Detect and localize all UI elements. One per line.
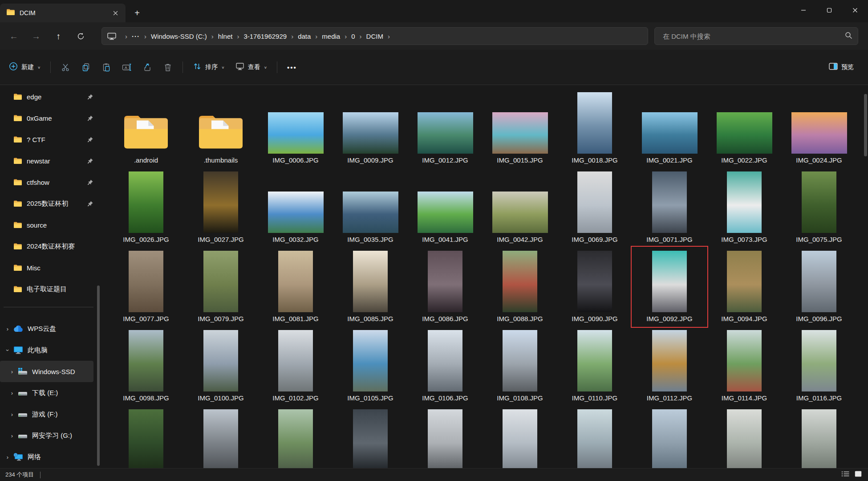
file-IMG_0105.JPG[interactable]: IMG_0105.JPG bbox=[333, 326, 408, 406]
breadcrumb-segment-0[interactable]: Windows-SSD (C:) bbox=[151, 33, 207, 40]
file-IMG_0022.JPG[interactable]: IMG_0022.JPG bbox=[707, 89, 782, 168]
search-input[interactable] bbox=[662, 32, 845, 41]
sidebar-item-dianzi-quzheng[interactable]: 电子取证题目 bbox=[0, 278, 93, 300]
file-IMG_0079.JPG[interactable]: IMG_0079.JPG bbox=[183, 247, 258, 326]
file-IMG_0024.JPG[interactable]: IMG_0024.JPG bbox=[782, 89, 856, 168]
file-IMG_0018.JPG[interactable]: IMG_0018.JPG bbox=[557, 89, 632, 168]
file-IMG_0006.JPG[interactable]: IMG_0006.JPG bbox=[258, 89, 333, 168]
file-row5-item-9[interactable] bbox=[707, 406, 782, 468]
file-IMG_0012.JPG[interactable]: IMG_0012.JPG bbox=[408, 89, 483, 168]
refresh-button[interactable] bbox=[69, 27, 92, 45]
file-IMG_0092.JPG[interactable]: IMG_0092.JPG bbox=[632, 247, 707, 326]
file-row5-item-2[interactable] bbox=[183, 406, 258, 468]
sidebar-item-drive-e[interactable]: ›下载 (E:) bbox=[0, 382, 93, 404]
file-IMG_0100.JPG[interactable]: IMG_0100.JPG bbox=[183, 326, 258, 406]
sidebar-item-ctf[interactable]: ? CTF bbox=[0, 129, 93, 150]
maximize-button[interactable] bbox=[816, 0, 842, 20]
file-IMG_0112.JPG[interactable]: IMG_0112.JPG bbox=[632, 326, 707, 406]
search-box[interactable] bbox=[654, 27, 858, 45]
forward-button[interactable]: → bbox=[25, 27, 47, 45]
delete-button[interactable] bbox=[158, 57, 178, 77]
breadcrumb-segment-6[interactable]: DCIM bbox=[366, 33, 383, 40]
chevron-right-icon[interactable]: › bbox=[2, 454, 13, 461]
sidebar-item-source[interactable]: source bbox=[0, 214, 93, 236]
file-IMG_0096.JPG[interactable]: IMG_0096.JPG bbox=[782, 247, 856, 326]
close-button[interactable] bbox=[842, 0, 868, 20]
preview-toggle[interactable]: 预览 bbox=[823, 57, 859, 77]
file-IMG_0114.JPG[interactable]: IMG_0114.JPG bbox=[707, 326, 782, 406]
chevron-right-icon[interactable]: › bbox=[6, 390, 18, 396]
file-IMG_0106.JPG[interactable]: IMG_0106.JPG bbox=[408, 326, 483, 406]
sidebar-item-edge[interactable]: edge bbox=[0, 86, 93, 107]
file-IMG_0075.JPG[interactable]: IMG_0075.JPG bbox=[782, 168, 856, 247]
breadcrumb-segment-1[interactable]: hlnet bbox=[218, 33, 233, 40]
breadcrumb-overflow-button[interactable]: ··· bbox=[132, 33, 140, 40]
file-row5-item-4[interactable] bbox=[333, 406, 408, 468]
file-IMG_0032.JPG[interactable]: IMG_0032.JPG bbox=[258, 168, 333, 247]
file-IMG_0102.JPG[interactable]: IMG_0102.JPG bbox=[258, 326, 333, 406]
sidebar-item-wps-cloud[interactable]: ›WPS云盘 bbox=[0, 318, 93, 339]
tab-close-icon[interactable] bbox=[110, 7, 121, 19]
file-IMG_0041.JPG[interactable]: IMG_0041.JPG bbox=[408, 168, 483, 247]
breadcrumb-segment-4[interactable]: media bbox=[322, 33, 340, 40]
sort-button[interactable]: 排序 ∨ bbox=[187, 57, 230, 77]
file-IMG_0081.JPG[interactable]: IMG_0081.JPG bbox=[258, 247, 333, 326]
copy-button[interactable] bbox=[76, 57, 96, 77]
chevron-right-icon[interactable]: › bbox=[6, 411, 18, 418]
sidebar-item-2024-shuzhengbei[interactable]: 2024数证杯初赛 bbox=[0, 236, 93, 257]
sidebar-item-drive-f[interactable]: ›游戏 (F:) bbox=[0, 404, 93, 425]
more-button[interactable]: ••• bbox=[282, 57, 302, 77]
file-row5-item-6[interactable] bbox=[483, 406, 557, 468]
chevron-right-icon[interactable]: › bbox=[6, 432, 18, 439]
file-IMG_0027.JPG[interactable]: IMG_0027.JPG bbox=[183, 168, 258, 247]
new-tab-button[interactable]: + bbox=[128, 4, 146, 22]
address-bar[interactable]: ›···›Windows-SSD (C:)›hlnet›3-1761962929… bbox=[101, 27, 648, 45]
file-IMG_0094.JPG[interactable]: IMG_0094.JPG bbox=[707, 247, 782, 326]
file-IMG_0015.JPG[interactable]: IMG_0015.JPG bbox=[483, 89, 557, 168]
breadcrumb-segment-5[interactable]: 0 bbox=[351, 33, 355, 40]
sidebar-item-0xgame[interactable]: 0xGame bbox=[0, 107, 93, 129]
sidebar-item-this-pc[interactable]: ›此电脑 bbox=[0, 339, 93, 361]
up-button[interactable]: ↑ bbox=[47, 27, 69, 45]
tab-dcim[interactable]: DCIM bbox=[0, 4, 126, 22]
file-IMG_0098.JPG[interactable]: IMG_0098.JPG bbox=[109, 326, 183, 406]
file-IMG_0077.JPG[interactable]: IMG_0077.JPG bbox=[109, 247, 183, 326]
chevron-right-icon[interactable]: › bbox=[2, 326, 13, 332]
breadcrumb-segment-2[interactable]: 3-1761962929 bbox=[243, 33, 287, 40]
file-IMG_0090.JPG[interactable]: IMG_0090.JPG bbox=[557, 247, 632, 326]
view-button[interactable]: 查看 ∨ bbox=[230, 57, 272, 77]
back-button[interactable]: ← bbox=[3, 27, 25, 45]
file-IMG_0021.JPG[interactable]: IMG_0021.JPG bbox=[632, 89, 707, 168]
file-IMG_0073.JPG[interactable]: IMG_0073.JPG bbox=[707, 168, 782, 247]
file-.android[interactable]: .android bbox=[109, 89, 183, 168]
new-button[interactable]: 新建 ∨ bbox=[4, 57, 46, 77]
file-IMG_0026.JPG[interactable]: IMG_0026.JPG bbox=[109, 168, 183, 247]
chevron-down-icon[interactable]: › bbox=[4, 344, 11, 356]
file-IMG_0088.JPG[interactable]: IMG_0088.JPG bbox=[483, 247, 557, 326]
file-row5-item-3[interactable] bbox=[258, 406, 333, 468]
cut-button[interactable] bbox=[55, 57, 76, 77]
share-button[interactable] bbox=[137, 57, 158, 77]
sidebar-item-network[interactable]: ›网络 bbox=[0, 446, 93, 468]
file-row5-item-1[interactable] bbox=[109, 406, 183, 468]
sidebar-item-newstar[interactable]: newstar bbox=[0, 150, 93, 171]
sidebar-item-ctfshow[interactable]: ctfshow bbox=[0, 171, 93, 193]
minimize-button[interactable] bbox=[791, 0, 816, 20]
file-row5-item-8[interactable] bbox=[632, 406, 707, 468]
file-IMG_0085.JPG[interactable]: IMG_0085.JPG bbox=[333, 247, 408, 326]
file-IMG_0086.JPG[interactable]: IMG_0086.JPG bbox=[408, 247, 483, 326]
chevron-right-icon[interactable]: › bbox=[6, 368, 18, 375]
file-IMG_0042.JPG[interactable]: IMG_0042.JPG bbox=[483, 168, 557, 247]
file-.thumbnails[interactable]: .thumbnails bbox=[183, 89, 258, 168]
file-IMG_0110.JPG[interactable]: IMG_0110.JPG bbox=[557, 326, 632, 406]
thumbnails-view-icon[interactable] bbox=[855, 471, 862, 479]
file-IMG_0009.JPG[interactable]: IMG_0009.JPG bbox=[333, 89, 408, 168]
sidebar-item-2025-shuzhengbei[interactable]: 2025数证杯初 bbox=[0, 193, 93, 214]
file-row5-item-5[interactable] bbox=[408, 406, 483, 468]
file-IMG_0116.JPG[interactable]: IMG_0116.JPG bbox=[782, 326, 856, 406]
paste-button[interactable] bbox=[96, 57, 117, 77]
file-row5-item-10[interactable] bbox=[782, 406, 856, 468]
breadcrumb-segment-3[interactable]: data bbox=[298, 33, 311, 40]
content-scrollbar[interactable] bbox=[864, 94, 867, 156]
sidebar-item-windows-ssd[interactable]: ›Windows-SSD bbox=[0, 361, 93, 382]
